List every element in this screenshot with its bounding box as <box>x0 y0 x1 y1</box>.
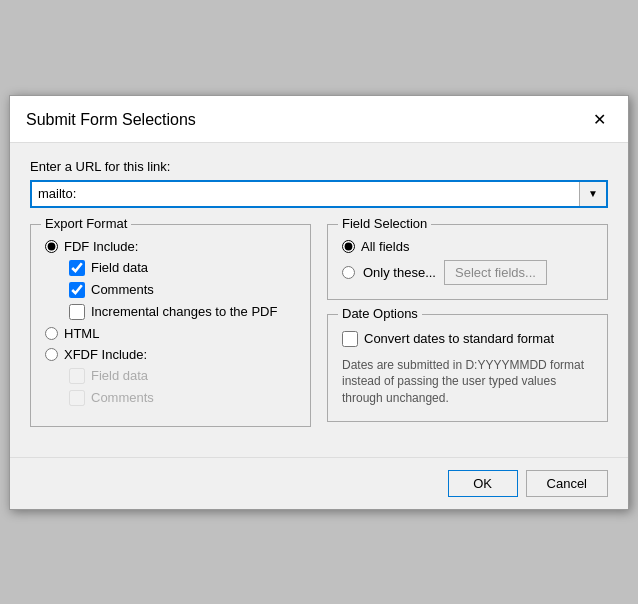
checkbox-comments-input[interactable] <box>69 282 85 298</box>
checkbox-xfdf-field-data-input[interactable] <box>69 368 85 384</box>
radio-all-fields-label: All fields <box>361 239 409 254</box>
close-button[interactable]: ✕ <box>587 110 612 130</box>
radio-xfdf-input[interactable] <box>45 348 58 361</box>
dialog-body: Enter a URL for this link: ▼ Export Form… <box>10 143 628 457</box>
checkbox-field-data-label: Field data <box>91 260 148 275</box>
date-options-group: Date Options Convert dates to standard f… <box>327 314 608 422</box>
checkbox-xfdf-comments: Comments <box>69 390 296 406</box>
panel-left: Export Format FDF Include: Field data Co… <box>30 224 311 441</box>
radio-all-fields: All fields <box>342 239 593 254</box>
ok-button[interactable]: OK <box>448 470 518 497</box>
radio-only-these-label: Only these... <box>363 265 436 280</box>
cancel-button[interactable]: Cancel <box>526 470 608 497</box>
title-bar: Submit Form Selections ✕ <box>10 96 628 143</box>
checkbox-incremental-input[interactable] <box>69 304 85 320</box>
url-label: Enter a URL for this link: <box>30 159 608 174</box>
field-selection-group: Field Selection All fields Only these...… <box>327 224 608 300</box>
url-input[interactable] <box>32 182 579 205</box>
date-options-title: Date Options <box>338 306 422 321</box>
select-fields-button[interactable]: Select fields... <box>444 260 547 285</box>
checkbox-comments: Comments <box>69 282 296 298</box>
panels-row: Export Format FDF Include: Field data Co… <box>30 224 608 441</box>
checkbox-xfdf-field-data-label: Field data <box>91 368 148 383</box>
radio-fdf-input[interactable] <box>45 240 58 253</box>
checkbox-field-data-input[interactable] <box>69 260 85 276</box>
dialog-footer: OK Cancel <box>10 457 628 509</box>
radio-all-fields-input[interactable] <box>342 240 355 253</box>
checkbox-incremental-label: Incremental changes to the PDF <box>91 304 277 319</box>
export-format-group: Export Format FDF Include: Field data Co… <box>30 224 311 427</box>
checkbox-xfdf-comments-input[interactable] <box>69 390 85 406</box>
checkbox-field-data: Field data <box>69 260 296 276</box>
checkbox-date-format-label: Convert dates to standard format <box>364 331 554 346</box>
submit-form-dialog: Submit Form Selections ✕ Enter a URL for… <box>9 95 629 510</box>
url-dropdown-button[interactable]: ▼ <box>579 182 606 206</box>
field-selection-title: Field Selection <box>338 216 431 231</box>
radio-only-these-input[interactable] <box>342 266 355 279</box>
dialog-title: Submit Form Selections <box>26 111 196 129</box>
checkbox-xfdf-field-data: Field data <box>69 368 296 384</box>
date-info-text: Dates are submitted in D:YYYYMMDD format… <box>342 357 593 407</box>
checkbox-date-format: Convert dates to standard format <box>342 331 593 347</box>
radio-xfdf-label: XFDF Include: <box>64 347 147 362</box>
only-these-row: Only these... Select fields... <box>342 260 593 285</box>
radio-html: HTML <box>45 326 296 341</box>
checkbox-comments-label: Comments <box>91 282 154 297</box>
radio-fdf: FDF Include: <box>45 239 296 254</box>
checkbox-xfdf-comments-label: Comments <box>91 390 154 405</box>
radio-xfdf: XFDF Include: <box>45 347 296 362</box>
radio-fdf-label: FDF Include: <box>64 239 138 254</box>
checkbox-date-format-input[interactable] <box>342 331 358 347</box>
export-format-title: Export Format <box>41 216 131 231</box>
radio-html-input[interactable] <box>45 327 58 340</box>
checkbox-incremental: Incremental changes to the PDF <box>69 304 296 320</box>
panel-right: Field Selection All fields Only these...… <box>327 224 608 441</box>
url-input-wrapper: ▼ <box>30 180 608 208</box>
radio-html-label: HTML <box>64 326 99 341</box>
